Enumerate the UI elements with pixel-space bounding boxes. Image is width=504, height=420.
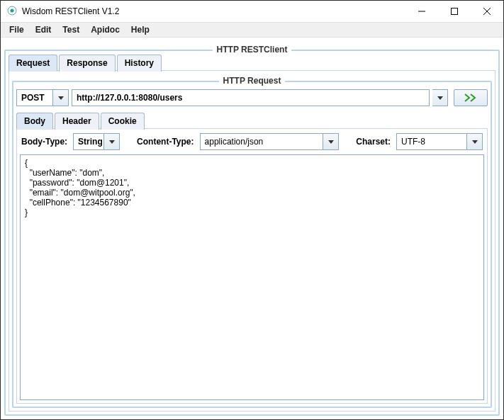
app-icon [6, 5, 18, 18]
http-restclient-group-title: HTTP RESTClient [213, 45, 292, 55]
request-subtabs: Body Header Cookie [16, 112, 488, 129]
subtab-header[interactable]: Header [55, 113, 99, 130]
close-button[interactable] [471, 1, 503, 22]
maximize-button[interactable] [438, 1, 471, 22]
charset-label: Charset: [356, 133, 393, 150]
menubar: File Edit Test Apidoc Help [1, 22, 503, 38]
body-type-label: Body-Type: [21, 133, 70, 150]
main-tab-pane: HTTP Request POST http://127.0.0.1:8080/… [9, 70, 495, 412]
svg-rect-3 [452, 8, 458, 15]
svg-point-1 [11, 8, 14, 12]
chevron-down-icon[interactable] [53, 89, 69, 106]
app-window: Wisdom RESTClient V1.2 File Edit Test Ap… [0, 0, 504, 420]
menu-edit[interactable]: Edit [30, 23, 57, 37]
menu-file[interactable]: File [4, 23, 30, 37]
minimize-button[interactable] [405, 1, 438, 22]
client-area: HTTP RESTClient Request Response History… [1, 38, 503, 419]
tab-history[interactable]: History [117, 55, 162, 72]
body-type-value: String [73, 133, 104, 150]
http-method-value: POST [16, 89, 53, 106]
subtab-pane: Body-Type: String Content-Type: applicat… [16, 128, 488, 404]
charset-select[interactable]: UTF-8 [396, 133, 483, 150]
main-tabs: Request Response History [9, 54, 495, 71]
http-restclient-group: HTTP RESTClient Request Response History… [4, 50, 500, 416]
chevron-down-icon[interactable] [323, 133, 339, 150]
tab-request[interactable]: Request [9, 55, 57, 72]
charset-value: UTF-8 [396, 133, 467, 150]
content-type-label: Content-Type: [137, 133, 196, 150]
url-history-dropdown[interactable] [432, 89, 448, 106]
request-line-row: POST http://127.0.0.1:8080/users [16, 89, 488, 106]
http-request-group: HTTP Request POST http://127.0.0.1:8080/… [12, 81, 492, 408]
send-button[interactable] [454, 89, 488, 106]
content-type-select[interactable]: application/json [200, 133, 340, 150]
double-chevron-right-icon [464, 93, 478, 103]
http-method-select[interactable]: POST [16, 89, 69, 106]
chevron-down-icon[interactable] [104, 133, 120, 150]
body-type-select[interactable]: String [73, 133, 120, 150]
subtab-cookie[interactable]: Cookie [101, 113, 145, 130]
menu-apidoc[interactable]: Apidoc [85, 23, 125, 37]
window-controls [405, 1, 503, 22]
chevron-down-icon[interactable] [467, 133, 483, 150]
window-title: Wisdom RESTClient V1.2 [22, 6, 405, 16]
titlebar: Wisdom RESTClient V1.2 [1, 1, 503, 22]
menu-help[interactable]: Help [125, 23, 155, 37]
subtab-body[interactable]: Body [16, 113, 53, 130]
body-options-row: Body-Type: String Content-Type: applicat… [20, 132, 484, 152]
url-input[interactable]: http://127.0.0.1:8080/users [72, 89, 430, 106]
tab-response[interactable]: Response [59, 55, 115, 72]
content-type-value: application/json [200, 133, 324, 150]
http-request-group-title: HTTP Request [219, 76, 286, 86]
request-body-textarea[interactable]: { "userName": "dom", "password": "dom@12… [20, 154, 484, 400]
menu-test[interactable]: Test [57, 23, 85, 37]
